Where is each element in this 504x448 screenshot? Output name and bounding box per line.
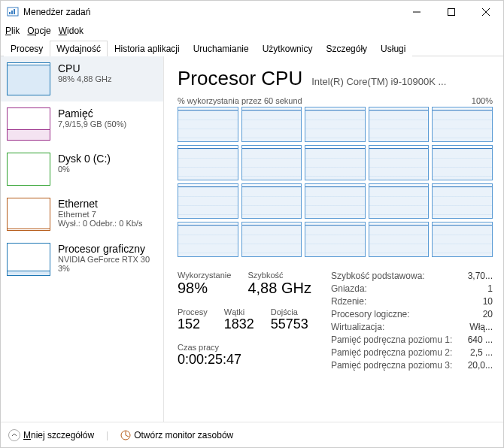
sidebar-item-memory[interactable]: Pamięć 7,9/15,9 GB (50%)	[1, 101, 163, 147]
tab-app-history[interactable]: Historia aplikacji	[108, 41, 187, 56]
util-value: 98%	[178, 280, 231, 297]
detail-key: Rdzenie:	[331, 296, 457, 307]
core-chart	[305, 107, 366, 142]
core-chart	[432, 222, 493, 257]
detail-val: 3,70...	[463, 271, 493, 281]
disk-thumb	[7, 153, 50, 186]
mem-thumb	[7, 107, 50, 141]
core-chart	[369, 222, 430, 257]
core-chart	[369, 183, 430, 219]
detail-val: 20	[463, 309, 493, 319]
main-panel: Procesor CPU Intel(R) Core(TM) i9-10900K…	[164, 56, 503, 422]
detail-val: Włą...	[463, 322, 493, 332]
sidebar-item-gpu[interactable]: Procesor graficzny NVIDIA GeForce RTX 30…	[1, 237, 163, 282]
eth-thumb	[7, 198, 50, 231]
detail-key: Wirtualizacja:	[331, 322, 457, 332]
fewer-details-link[interactable]: Mniej szczegółów	[8, 429, 94, 441]
maximize-button[interactable]	[434, 1, 469, 23]
tab-services[interactable]: Usługi	[374, 41, 412, 56]
sidebar-item-sub: 0%	[58, 165, 111, 174]
chart-caption-left: % wykorzystania przez 60 sekund	[178, 96, 302, 105]
sidebar-item-label: Procesor graficzny	[58, 243, 150, 255]
sidebar-item-label: Pamięć	[58, 107, 126, 120]
cpu-model: Intel(R) Core(TM) i9-10900K ...	[311, 76, 446, 87]
content: CPU 98% 4,88 GHz Pamięć 7,9/15,9 GB (50%…	[1, 56, 503, 422]
page-title: Procesor CPU	[178, 67, 302, 90]
tab-processes[interactable]: Procesy	[4, 41, 50, 56]
separator: |	[106, 430, 108, 440]
chart-caption-right: 100%	[472, 96, 493, 105]
handles-label: Dojścia	[271, 307, 308, 316]
threads-value: 1832	[224, 316, 254, 332]
cpu-details: Szybkość podstawowa:3,70... Gniazda:1 Rd…	[331, 271, 493, 371]
cpu-thumb	[7, 62, 50, 95]
procs-value: 152	[178, 316, 208, 332]
core-chart	[305, 145, 366, 180]
sidebar-item-sub: NVIDIA GeForce RTX 30	[58, 255, 150, 264]
detail-val: 10	[463, 296, 493, 307]
uptime-value: 0:00:25:47	[178, 352, 311, 368]
core-chart	[432, 183, 493, 219]
detail-key: Pamięć podręczna poziomu 1:	[331, 334, 457, 345]
handles-value: 55753	[271, 316, 308, 332]
titlebar: Menedżer zadań	[1, 1, 503, 23]
tabstrip: Procesy Wydajność Historia aplikacji Uru…	[1, 38, 503, 56]
sidebar-item-disk[interactable]: Dysk 0 (C:) 0%	[1, 147, 163, 192]
close-button[interactable]	[469, 1, 503, 23]
app-icon	[7, 6, 19, 18]
detail-val: 640 ...	[463, 334, 493, 345]
speed-value: 4,88 GHz	[247, 280, 311, 297]
sidebar-item-label: Dysk 0 (C:)	[58, 153, 111, 165]
detail-val: 2,5 ...	[463, 347, 493, 358]
core-chart	[178, 107, 238, 142]
chevron-up-icon	[8, 429, 20, 441]
threads-label: Wątki	[224, 307, 254, 316]
uptime-label: Czas pracy	[178, 343, 311, 352]
tab-details[interactable]: Szczegóły	[319, 41, 374, 56]
minimize-button[interactable]	[399, 1, 434, 23]
core-chart	[241, 222, 302, 257]
util-label: Wykorzystanie	[178, 271, 231, 280]
detail-key: Pamięć podręczna poziomu 3:	[331, 360, 457, 371]
core-chart	[178, 145, 238, 180]
menubar: Plik Opcje Widok	[1, 23, 503, 38]
sidebar-item-sub: 98% 4,88 GHz	[58, 74, 112, 83]
core-chart	[241, 145, 302, 180]
tab-performance[interactable]: Wydajność	[50, 41, 108, 56]
core-chart	[178, 222, 238, 257]
sidebar-item-sub: 7,9/15,9 GB (50%)	[58, 120, 126, 129]
tab-startup[interactable]: Uruchamianie	[187, 41, 256, 56]
sidebar-item-label: Ethernet	[58, 198, 142, 210]
gpu-thumb	[7, 243, 50, 276]
tab-users[interactable]: Użytkownicy	[256, 41, 320, 56]
sidebar-item-label: CPU	[58, 62, 112, 74]
sidebar-item-sub: Ethernet 7	[58, 210, 142, 219]
detail-val: 1	[463, 283, 493, 294]
sidebar: CPU 98% 4,88 GHz Pamięć 7,9/15,9 GB (50%…	[1, 56, 164, 422]
core-chart	[241, 107, 302, 142]
core-chart	[241, 183, 302, 219]
sidebar-item-cpu[interactable]: CPU 98% 4,88 GHz	[1, 56, 163, 101]
detail-key: Szybkość podstawowa:	[331, 271, 457, 281]
detail-key: Gniazda:	[331, 283, 457, 294]
menu-options[interactable]: Opcje	[27, 26, 50, 36]
menu-file[interactable]: Plik	[5, 26, 20, 36]
core-chart	[305, 222, 366, 257]
core-chart	[369, 107, 430, 142]
sidebar-item-ethernet[interactable]: Ethernet Ethernet 7 Wysł.: 0 Odebr.: 0 K…	[1, 192, 163, 237]
core-chart	[432, 107, 493, 142]
svg-line-10	[126, 435, 129, 437]
svg-rect-1	[9, 12, 11, 14]
detail-key: Procesory logiczne:	[331, 309, 457, 319]
open-resmon-link[interactable]: Otwórz monitor zasobów	[120, 430, 233, 440]
core-chart	[305, 183, 366, 219]
cpu-core-grid[interactable]	[178, 107, 493, 257]
sidebar-item-sub: 3%	[58, 264, 150, 273]
window-title: Menedżer zadań	[23, 7, 90, 17]
core-chart	[432, 145, 493, 180]
speed-label: Szybkość	[247, 271, 311, 280]
svg-rect-2	[11, 11, 13, 14]
menu-view[interactable]: Widok	[59, 26, 83, 36]
sidebar-item-sub: Wysł.: 0 Odebr.: 0 Kb/s	[58, 219, 142, 228]
detail-key: Pamięć podręczna poziomu 2:	[331, 347, 457, 358]
